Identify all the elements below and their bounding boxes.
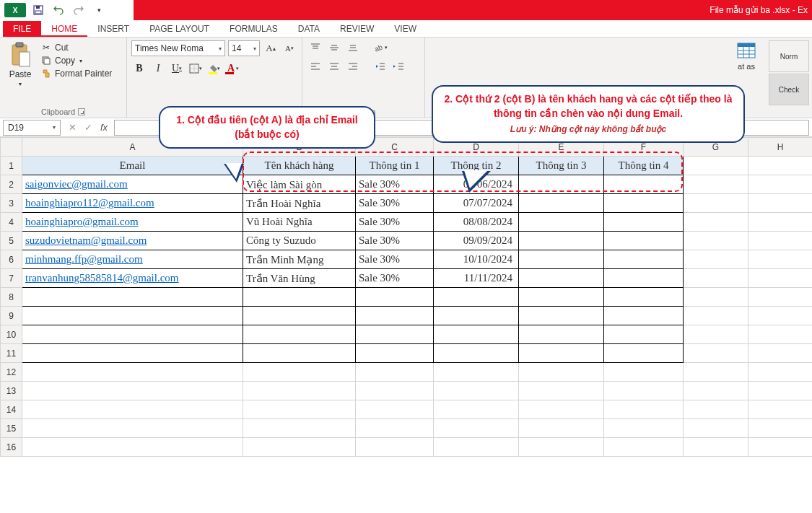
confirm-formula-button[interactable]: ✓ [81, 120, 95, 135]
col-header-H[interactable]: H [748, 138, 813, 157]
cell[interactable] [434, 382, 519, 400]
cell[interactable]: Tên khách hàng [243, 157, 356, 175]
cell[interactable] [604, 175, 684, 194]
cell[interactable] [243, 288, 356, 307]
cell[interactable] [684, 325, 748, 344]
tab-formulas[interactable]: FORMULAS [219, 21, 288, 37]
cell[interactable]: Sale 30% [356, 269, 434, 288]
cell[interactable] [434, 288, 519, 307]
qat-dropdown-icon[interactable]: ▾ [91, 3, 107, 17]
cell[interactable] [434, 325, 519, 344]
redo-icon[interactable] [71, 3, 87, 17]
row-header[interactable]: 2 [1, 175, 22, 194]
cell-email[interactable]: minhmang.ffp@gmail.com [22, 250, 243, 269]
cell[interactable] [748, 325, 813, 344]
cell[interactable] [519, 194, 604, 213]
cell[interactable]: Vũ Hoài Nghĩa [243, 213, 356, 232]
cell[interactable]: Sale 30% [356, 232, 434, 250]
cell[interactable]: Công ty Suzudo [243, 232, 356, 250]
cell[interactable] [684, 363, 748, 382]
cell[interactable] [243, 382, 356, 400]
row-header[interactable]: 5 [1, 232, 22, 250]
cell[interactable]: Thông tin 1 [356, 157, 434, 175]
cell[interactable] [22, 438, 243, 457]
cell[interactable] [22, 419, 243, 438]
cell[interactable] [243, 325, 356, 344]
cell[interactable] [684, 250, 748, 269]
cell[interactable]: Thông tin 4 [604, 157, 684, 175]
cell[interactable] [356, 382, 434, 400]
cell[interactable] [519, 213, 604, 232]
bold-button[interactable]: B [131, 61, 147, 76]
decrease-font-button[interactable]: A▾ [281, 40, 297, 56]
cell[interactable] [519, 419, 604, 438]
cell[interactable] [22, 307, 243, 325]
cell-style-check[interactable]: Check [769, 74, 809, 105]
tab-view[interactable]: VIEW [384, 21, 427, 37]
cell[interactable] [243, 419, 356, 438]
cell[interactable] [748, 194, 813, 213]
font-size-combo[interactable]: 14▾ [228, 40, 260, 56]
cell[interactable] [604, 213, 684, 232]
cell[interactable] [748, 269, 813, 288]
undo-icon[interactable] [51, 3, 66, 17]
cell[interactable]: Sale 30% [356, 175, 434, 194]
dialog-launcher-icon[interactable] [78, 108, 85, 115]
cell[interactable] [604, 400, 684, 419]
cell[interactable] [519, 325, 604, 344]
cell[interactable]: Sale 30% [356, 250, 434, 269]
cell-style-normal[interactable]: Norm [769, 40, 809, 72]
cell[interactable] [22, 325, 243, 344]
cell[interactable] [684, 419, 748, 438]
cell[interactable] [748, 438, 813, 457]
cell[interactable] [243, 400, 356, 419]
row-header[interactable]: 13 [1, 382, 22, 400]
cell[interactable] [519, 250, 604, 269]
cell[interactable] [434, 438, 519, 457]
cell-email[interactable]: hoainghiapro@gmail.com [22, 213, 243, 232]
cell-email[interactable]: tranvanhung58585814@gmail.com [22, 269, 243, 288]
cell[interactable] [356, 288, 434, 307]
row-header[interactable]: 3 [1, 194, 22, 213]
cell[interactable] [748, 213, 813, 232]
decrease-indent-button[interactable] [372, 59, 389, 74]
align-top-button[interactable] [307, 40, 324, 55]
cell[interactable] [434, 344, 519, 363]
row-header[interactable]: 8 [1, 288, 22, 307]
cell[interactable] [684, 288, 748, 307]
align-center-button[interactable] [326, 59, 343, 74]
cell[interactable] [684, 307, 748, 325]
cell[interactable] [604, 232, 684, 250]
increase-font-button[interactable]: A▴ [263, 40, 279, 56]
increase-indent-button[interactable] [390, 59, 408, 74]
cell[interactable]: Việc làm Sài gòn [243, 175, 356, 194]
cell[interactable] [748, 250, 813, 269]
tab-review[interactable]: REVIEW [330, 21, 384, 37]
tab-data[interactable]: DATA [288, 21, 330, 37]
italic-button[interactable]: I [150, 61, 166, 76]
row-header[interactable]: 7 [1, 269, 22, 288]
cell[interactable] [604, 194, 684, 213]
cell[interactable] [748, 400, 813, 419]
cell[interactable]: 11/11/2024 [434, 269, 519, 288]
cell[interactable] [22, 288, 243, 307]
cell[interactable]: Trần Minh Mạng [243, 250, 356, 269]
name-box[interactable]: D19▾ [3, 120, 61, 136]
cell[interactable]: Trần Văn Hùng [243, 269, 356, 288]
cell[interactable] [604, 269, 684, 288]
cell-email[interactable]: hoainghiapro112@gmail.com [22, 194, 243, 213]
cell[interactable] [434, 400, 519, 419]
row-header[interactable]: 4 [1, 213, 22, 232]
email-link[interactable]: saigonviec@gmail.com [25, 178, 128, 190]
tab-file[interactable]: FILE [3, 21, 41, 37]
cell[interactable]: Thông tin 3 [519, 157, 604, 175]
cancel-formula-button[interactable]: ✕ [65, 120, 79, 135]
cell[interactable] [684, 213, 748, 232]
row-header[interactable]: 12 [1, 363, 22, 382]
select-all-corner[interactable] [1, 138, 22, 157]
row-header[interactable]: 10 [1, 325, 22, 344]
cell[interactable] [604, 344, 684, 363]
cell[interactable] [519, 288, 604, 307]
cell[interactable] [356, 419, 434, 438]
cell[interactable] [519, 438, 604, 457]
